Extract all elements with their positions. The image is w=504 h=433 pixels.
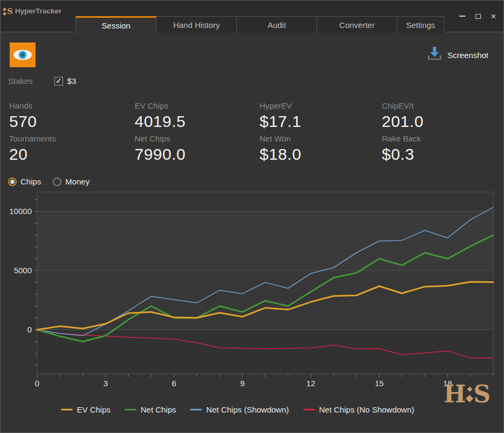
stat-chipev-t: ChipEV/t 201.0: [382, 101, 479, 132]
radio-chips[interactable]: [8, 178, 17, 186]
minimize-icon[interactable]: [454, 10, 470, 22]
legend-swatch-icon: [190, 409, 202, 410]
legend-item: Net Chips: [124, 405, 176, 414]
legend-swatch-icon: [124, 409, 136, 410]
legend-item: Net Chips (Showdown): [190, 405, 289, 414]
stat-rake-back: Rake Back $0.3: [382, 133, 479, 165]
svg-text:3: 3: [103, 379, 108, 388]
svg-text:5000: 5000: [14, 266, 32, 275]
session-graph-canvas: 05000100000369121518: [1, 189, 504, 389]
tab-hand-history[interactable]: Hand History: [156, 16, 237, 33]
tab-session[interactable]: Session: [75, 16, 157, 33]
legend-label: Net Chips: [141, 405, 176, 414]
session-stats: Hands 570 EV Chips 4019.5 HyperEV $17.1 …: [9, 101, 479, 166]
svg-text:12: 12: [306, 379, 316, 388]
stat-net-chips: Net Chips 7990.0: [135, 133, 260, 165]
svg-text:6: 6: [172, 379, 176, 388]
hs-logo-icon: H S: [444, 380, 491, 408]
tab-bar: Session Hand History Audit Converter Set…: [76, 16, 444, 33]
svg-text:9: 9: [240, 379, 244, 388]
legend-label: Net Chips (No Showdown): [319, 405, 415, 414]
stakes-label: Stakes: [8, 76, 33, 86]
radio-money-label: Money: [65, 177, 89, 186]
chart-unit-toggle: Chips Money: [8, 177, 89, 186]
stat-hands: Hands 570: [9, 101, 135, 132]
stat-hyperev: HyperEV $17.1: [260, 101, 382, 132]
radio-money[interactable]: [53, 178, 61, 186]
download-arrow-icon: [427, 46, 442, 63]
screenshot-label: Screenshot: [447, 51, 488, 60]
stat-tournaments: Tournaments 20: [9, 133, 135, 165]
legend-swatch-icon: [303, 409, 315, 410]
tab-converter[interactable]: Converter: [317, 16, 397, 33]
legend-swatch-icon: [61, 409, 73, 410]
legend-label: EV Chips: [77, 405, 111, 414]
stakes-filter: Stakes ✓ $3: [8, 76, 76, 86]
stakes-checkbox[interactable]: ✓: [54, 77, 63, 86]
eye-icon[interactable]: [10, 42, 36, 67]
stat-net-won: Net Won $18.0: [260, 133, 382, 165]
stat-ev-chips: EV Chips 4019.5: [135, 101, 260, 132]
radio-chips-label: Chips: [20, 177, 41, 186]
legend-label: Net Chips (Showdown): [206, 405, 289, 414]
chart-legend: EV ChipsNet ChipsNet Chips (Showdown)Net…: [1, 405, 474, 414]
legend-item: Net Chips (No Showdown): [303, 405, 415, 414]
svg-text:0: 0: [27, 325, 32, 334]
svg-text:0: 0: [35, 379, 39, 388]
stakes-value: $3: [67, 76, 76, 86]
session-graph: 05000100000369121518: [1, 189, 504, 389]
app-logo-icon: S: [3, 6, 13, 16]
svg-text:10000: 10000: [9, 207, 32, 216]
maximize-icon[interactable]: [470, 10, 486, 22]
legend-item: EV Chips: [61, 405, 111, 414]
screenshot-button[interactable]: Screenshot: [427, 46, 488, 63]
close-icon[interactable]: ✕: [486, 10, 501, 22]
svg-text:15: 15: [375, 379, 384, 388]
tab-settings[interactable]: Settings: [397, 16, 444, 33]
app-title: HyperTracker: [15, 7, 61, 15]
tab-audit[interactable]: Audit: [236, 16, 317, 33]
